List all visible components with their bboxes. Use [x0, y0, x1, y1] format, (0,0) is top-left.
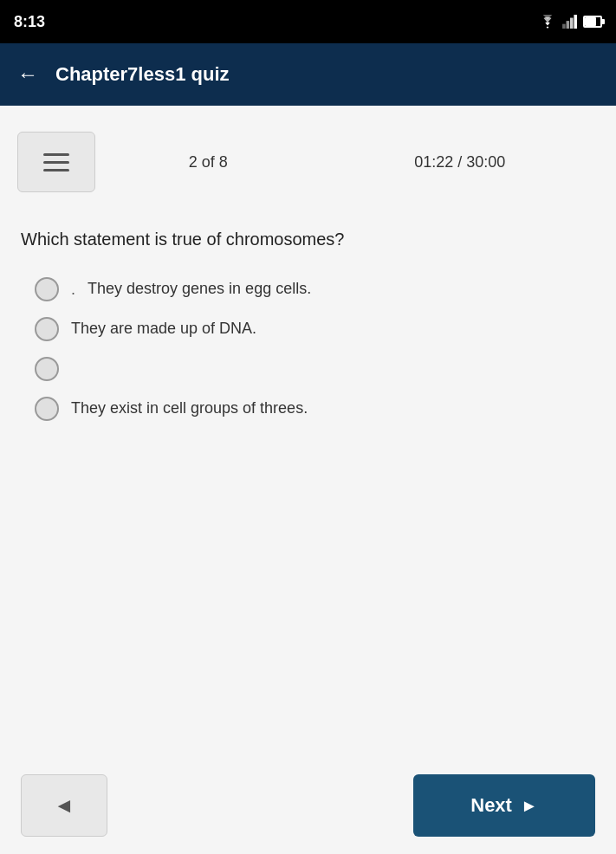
- radio-2[interactable]: [35, 317, 59, 341]
- option-item-2[interactable]: They are made up of DNA.: [35, 317, 599, 341]
- hamburger-line-1: [43, 153, 69, 156]
- progress-text: 2 of 8: [189, 153, 228, 171]
- signal-icon: [562, 15, 578, 29]
- svg-rect-2: [570, 18, 574, 29]
- menu-button[interactable]: [17, 132, 95, 192]
- radio-4[interactable]: [35, 397, 59, 421]
- option-label-4: They exist in cell groups of threes.: [71, 398, 308, 418]
- toolbar-title: Chapter7less1 quiz: [55, 63, 230, 86]
- status-icons: [538, 15, 602, 29]
- quiz-progress-info: 2 of 8 01:22 / 30:00: [95, 153, 599, 171]
- wifi-icon: [538, 15, 557, 29]
- radio-3[interactable]: [35, 357, 59, 381]
- battery-icon: [583, 16, 602, 28]
- hamburger-line-3: [43, 169, 69, 171]
- next-label: Next: [470, 794, 512, 817]
- svg-rect-1: [567, 21, 570, 29]
- quiz-header: 2 of 8 01:22 / 30:00: [17, 132, 599, 192]
- option-dot-1: .: [71, 281, 75, 299]
- svg-rect-3: [574, 15, 577, 29]
- hamburger-icon: [43, 153, 69, 171]
- radio-1[interactable]: [35, 277, 59, 301]
- options-list: . They destroy genes in egg cells. They …: [17, 277, 599, 421]
- status-bar: 8:13: [0, 0, 616, 43]
- option-label-2: They are made up of DNA.: [71, 319, 256, 339]
- next-arrow-icon: ►: [521, 796, 538, 816]
- prev-button[interactable]: ◄: [21, 774, 107, 837]
- back-button[interactable]: ←: [17, 62, 38, 87]
- timer-text: 01:22 / 30:00: [414, 153, 505, 171]
- option-item-4[interactable]: They exist in cell groups of threes.: [35, 397, 599, 421]
- svg-rect-0: [562, 24, 566, 29]
- status-time: 8:13: [14, 13, 45, 31]
- hamburger-line-2: [43, 161, 69, 164]
- next-button[interactable]: Next ►: [413, 774, 595, 837]
- option-label-1: They destroy genes in egg cells.: [88, 279, 311, 299]
- option-item-1[interactable]: . They destroy genes in egg cells.: [35, 277, 599, 301]
- nav-buttons: ◄ Next ►: [17, 774, 599, 837]
- prev-arrow-icon: ◄: [54, 793, 75, 818]
- option-item-3[interactable]: [35, 357, 599, 381]
- toolbar: ← Chapter7less1 quiz: [0, 43, 616, 106]
- question-text: Which statement is true of chromosomes?: [17, 227, 599, 251]
- main-content: 2 of 8 01:22 / 30:00 Which statement is …: [0, 106, 616, 854]
